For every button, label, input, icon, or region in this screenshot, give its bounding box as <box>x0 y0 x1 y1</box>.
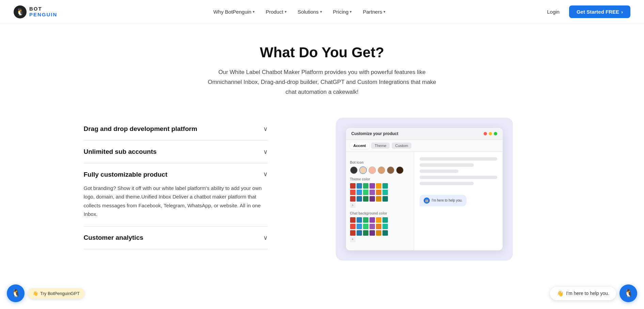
color-swatch[interactable] <box>350 217 356 223</box>
color-swatch[interactable] <box>382 183 388 189</box>
accordion-title-customizable: Fully customizable product <box>84 171 168 178</box>
preview-sidebar: Bot icon Theme color + <box>346 152 414 250</box>
color-swatch[interactable] <box>370 230 375 236</box>
theme-color-grid: + <box>350 183 410 208</box>
accordion-item-customizable: Fully customizable product ∧ Got brandin… <box>84 163 268 226</box>
logo-row1: BOT <box>29 6 57 12</box>
preview-tabs: Accent Theme Custom <box>346 140 503 152</box>
product-preview: Customize your product Accent Theme Cust… <box>336 118 513 261</box>
nav-right: Login Get Started FREE › <box>541 5 630 18</box>
nav-item-solutions: Solutions ▾ <box>294 6 326 17</box>
chevron-down-icon: ▾ <box>253 10 255 14</box>
bot-icon-6[interactable] <box>396 166 404 174</box>
logo-row2: PENGUIN <box>29 12 57 18</box>
accordion-item-unlimited-sub: Unlimited sub accounts ∨ <box>84 141 268 163</box>
placeholder-bar-2 <box>420 163 474 167</box>
bot-icon-4[interactable] <box>378 166 385 174</box>
accordion-header-analytics[interactable]: Customer analytics ∨ <box>84 234 268 241</box>
preview-window: Customize your product Accent Theme Cust… <box>346 128 503 250</box>
get-started-button[interactable]: Get Started FREE › <box>569 5 630 18</box>
preview-tab-theme[interactable]: Theme <box>371 143 390 149</box>
color-swatch[interactable] <box>382 224 388 229</box>
preview-title: Customize your product <box>351 131 398 136</box>
color-swatch[interactable] <box>370 183 375 189</box>
accordion-title-drag-drop: Drag and drop development platform <box>84 125 198 133</box>
chevron-down-icon: ∨ <box>263 148 268 156</box>
accordion-title-unlimited-sub: Unlimited sub accounts <box>84 148 157 156</box>
chevron-down-icon: ∨ <box>263 234 268 241</box>
bot-icon-3[interactable] <box>368 166 376 174</box>
color-swatch[interactable] <box>382 196 388 202</box>
accordion-column: Drag and drop development platform ∨ Unl… <box>84 118 268 249</box>
color-swatch[interactable] <box>363 230 368 236</box>
color-swatch[interactable] <box>370 196 375 202</box>
logo[interactable]: 🐧 BOT PENGUIN <box>14 5 57 18</box>
placeholder-bar-1 <box>420 157 497 161</box>
color-swatch[interactable] <box>376 224 381 229</box>
color-swatch[interactable] <box>382 190 388 195</box>
color-swatch[interactable] <box>357 217 362 223</box>
bot-icons <box>350 166 410 174</box>
accordion-header-customizable[interactable]: Fully customizable product ∧ <box>84 171 268 178</box>
nav-link-partners[interactable]: Partners ▾ <box>359 6 390 17</box>
color-swatch[interactable] <box>357 196 362 202</box>
chevron-down-icon: ▾ <box>350 10 352 14</box>
color-swatch[interactable] <box>357 230 362 236</box>
color-swatch[interactable] <box>370 217 375 223</box>
dot-red <box>484 132 487 135</box>
color-swatch[interactable] <box>376 196 381 202</box>
nav-links: Why BotPenguin ▾ Product ▾ Solutions ▾ P… <box>209 6 390 17</box>
section-title: What Do You Get? <box>14 44 630 61</box>
color-swatch[interactable] <box>350 224 356 229</box>
content-row: Drag and drop development platform ∨ Unl… <box>84 118 561 261</box>
nav-item-product: Product ▾ <box>262 6 291 17</box>
dot-yellow <box>489 132 492 135</box>
color-swatch[interactable] <box>357 183 362 189</box>
preview-tab-accent[interactable]: Accent <box>350 143 370 149</box>
color-swatch[interactable] <box>376 217 381 223</box>
chevron-down-icon: ∨ <box>263 125 268 133</box>
bot-icon-5[interactable] <box>387 166 394 174</box>
color-swatch[interactable] <box>376 183 381 189</box>
placeholder-bar-3 <box>420 170 458 173</box>
color-swatch[interactable] <box>357 224 362 229</box>
color-swatch[interactable] <box>370 224 375 229</box>
color-swatch[interactable] <box>382 217 388 223</box>
nav-link-product[interactable]: Product ▾ <box>262 6 291 17</box>
login-button[interactable]: Login <box>541 6 565 17</box>
color-swatch[interactable] <box>363 224 368 229</box>
bot-icon-2[interactable] <box>359 166 367 174</box>
accordion-body-customizable: Got branding? Show it off with our white… <box>84 184 268 219</box>
nav-link-why[interactable]: Why BotPenguin ▾ <box>209 6 259 17</box>
color-swatch[interactable] <box>376 190 381 195</box>
color-swatch[interactable] <box>363 183 368 189</box>
preview-body: Bot icon Theme color + <box>346 152 503 250</box>
preview-main-area: 🤖 I'm here to help you. <box>414 152 503 250</box>
bot-icon-1[interactable] <box>350 166 358 174</box>
accordion-header-unlimited-sub[interactable]: Unlimited sub accounts ∨ <box>84 148 268 156</box>
color-swatch[interactable] <box>350 196 356 202</box>
preview-tab-custom[interactable]: Custom <box>392 143 411 149</box>
color-swatch[interactable] <box>363 190 368 195</box>
nav-item-partners: Partners ▾ <box>359 6 390 17</box>
image-column: Customize your product Accent Theme Cust… <box>288 118 561 261</box>
color-swatch[interactable] <box>357 190 362 195</box>
preview-topbar: Customize your product <box>346 128 503 140</box>
placeholder-bar-4 <box>420 176 497 179</box>
color-swatch[interactable] <box>350 190 356 195</box>
add-color-button[interactable]: + <box>350 203 356 208</box>
color-swatch[interactable] <box>363 196 368 202</box>
color-swatch[interactable] <box>350 183 356 189</box>
nav-link-solutions[interactable]: Solutions ▾ <box>294 6 326 17</box>
navbar: 🐧 BOT PENGUIN Why BotPenguin ▾ Product ▾… <box>0 0 644 24</box>
nav-link-pricing[interactable]: Pricing ▾ <box>329 6 356 17</box>
section-header: What Do You Get? Our White Label Chatbot… <box>14 44 630 97</box>
accordion-header-drag-drop[interactable]: Drag and drop development platform ∨ <box>84 125 268 133</box>
theme-color-label: Theme color <box>350 177 410 181</box>
color-swatch[interactable] <box>376 230 381 236</box>
color-swatch[interactable] <box>363 217 368 223</box>
color-swatch[interactable] <box>350 230 356 236</box>
add-color-button[interactable]: + <box>350 237 356 242</box>
color-swatch[interactable] <box>382 230 388 236</box>
color-swatch[interactable] <box>370 190 375 195</box>
